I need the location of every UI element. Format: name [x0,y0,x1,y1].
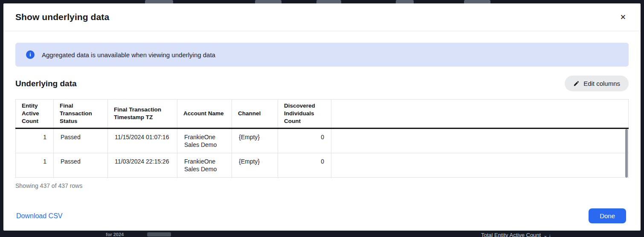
info-icon: i [26,50,35,59]
table-row: 1Passed11/15/2024 01:07:16FrankieOne Sal… [16,129,629,153]
table-cell [278,178,331,178]
table-cell [331,178,629,178]
background-fragment [316,0,341,3]
table-scrollbar[interactable] [625,129,628,178]
column-header-filler [331,99,629,129]
table-cell: 1 [16,153,54,178]
table-body: 1Passed11/15/2024 01:07:16FrankieOne Sal… [16,129,629,178]
table-row-partial [16,178,629,178]
background-top-band [0,0,644,3]
done-button[interactable]: Done [589,208,626,223]
edit-columns-button[interactable]: Edit columns [565,76,629,91]
column-header: Discovered Individuals Count [278,99,331,129]
background-fragment [147,232,171,237]
chevron-down-icon: ⌄ [543,233,547,237]
pencil-icon [573,80,580,87]
background-axis-label: Total Entity Active Count⌄ ↓ [481,232,551,237]
table-row: 1Passed11/03/2024 22:15:26FrankieOne Sal… [16,153,629,178]
modal-header: Show underlying data ✕ [3,3,641,31]
section-header-row: Underlying data Edit columns [15,76,629,91]
column-header: Account Name [177,99,232,129]
underlying-data-table: Entity Active CountFinal Transaction Sta… [15,99,629,178]
edit-columns-label: Edit columns [583,80,620,87]
table-cell [54,178,108,178]
background-fragment [396,0,414,3]
table-cell: 0 [278,129,331,153]
table-cell: Passed [54,153,108,178]
column-header: Final Transaction Timestamp TZ [108,99,177,129]
modal-footer: Download CSV Done [3,208,641,231]
table-cell [108,178,177,178]
background-fragment [145,0,173,3]
table-cell [331,129,629,153]
table-cell: 11/03/2024 22:15:26 [108,153,177,178]
column-header: Final Transaction Status [54,99,108,129]
table-cell: 11/15/2024 01:07:16 [108,129,177,153]
column-header: Entity Active Count [16,99,54,129]
table-cell: 0 [278,153,331,178]
close-icon[interactable]: ✕ [618,11,629,23]
table-cell: FrankieOne Sales Demo [177,153,232,178]
underlying-data-table-wrap: Entity Active CountFinal Transaction Sta… [15,99,629,178]
info-banner: i Aggregated data is unavailable when vi… [15,43,629,67]
column-header: Channel [232,99,278,129]
table-cell: {Empty} [232,129,278,153]
table-cell: {Empty} [232,153,278,178]
info-banner-text: Aggregated data is unavailable when view… [42,51,215,59]
show-underlying-data-modal: Show underlying data ✕ i Aggregated data… [3,3,641,231]
table-cell: FrankieOne Sales Demo [177,129,232,153]
download-csv-link[interactable]: Download CSV [16,212,63,220]
table-header-row: Entity Active CountFinal Transaction Sta… [16,99,629,129]
arrow-down-icon: ↓ [548,233,551,237]
modal-title: Show underlying data [15,12,109,22]
section-title: Underlying data [15,79,77,88]
background-chart-label: for 2024 [106,232,124,237]
table-cell [16,178,54,178]
table-cell [177,178,232,178]
background-fragment [464,0,490,3]
table-cell [331,153,629,178]
background-fragment [255,0,281,3]
table-cell: 1 [16,129,54,153]
table-cell: Passed [54,129,108,153]
row-count-status: Showing 437 of 437 rows [15,182,629,189]
background-bottom-band: for 2024 Total Entity Active Count⌄ ↓ [0,231,644,237]
table-cell [232,178,278,178]
modal-body: i Aggregated data is unavailable when vi… [3,31,641,208]
